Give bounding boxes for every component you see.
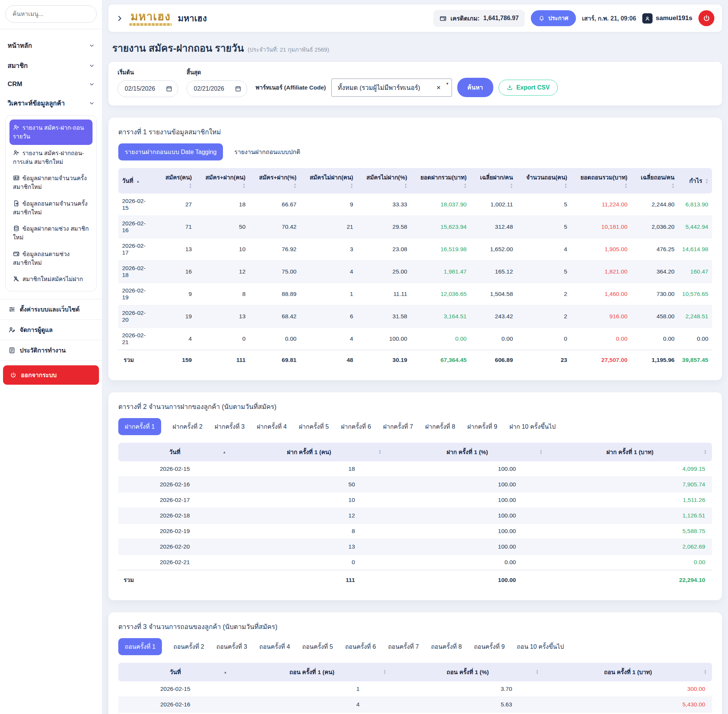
column-header-10[interactable]: เฉลี่ยถอน/คน▲▼: [631, 168, 678, 193]
tab-4[interactable]: ถอนครั้งที่ 5: [301, 638, 334, 655]
partner-selected-value: ทั้งหมด (รวมผู้ไม่มีพาร์ทเนอร์): [338, 82, 420, 93]
tab-0[interactable]: ฝากครั้งที่ 1: [118, 418, 161, 435]
clear-icon[interactable]: ✕: [436, 85, 441, 91]
export-csv-button[interactable]: Export CSV: [499, 80, 558, 96]
column-label: ยอดฝากรวม(บาท): [420, 174, 467, 181]
sidebar-subitem-0[interactable]: รายงาน สมัคร-ฝาก-ถอน รายวัน: [9, 120, 93, 145]
column-header-11[interactable]: กำไร▲▼: [678, 168, 712, 193]
main-area: มหาเฮง มหาเฮง เครดิตเกม: 1,641,786.97 ปร…: [102, 0, 728, 714]
sidebar-subitem-5[interactable]: ข้อมูลถอนตามช่วง สมาชิกใหม่: [9, 246, 93, 271]
column-header-0[interactable]: วันที่▲: [118, 443, 231, 461]
column-header-5[interactable]: สมัครไม่ฝาก(%)▲▼: [357, 168, 411, 193]
sidebar-footer-label: จัดการผู้ดูแล: [20, 325, 53, 335]
sort-asc-icon: ▲: [136, 180, 140, 183]
sidebar-subitem-6[interactable]: สมาชิกใหม่สมัครไม่ฝาก: [9, 271, 93, 287]
tab-5[interactable]: ถอนครั้งที่ 6: [344, 638, 377, 655]
datetime-text: เสาร์, ก.พ. 21, 09:06: [582, 14, 636, 23]
cell: 100.00: [357, 328, 411, 350]
calendar-icon[interactable]: [166, 85, 173, 92]
column-header-3[interactable]: ถอน ครั้งที่ 1 (บาท)▲▼: [544, 663, 712, 681]
tab-1[interactable]: ถอนครั้งที่ 2: [173, 638, 205, 655]
sidebar-footer-links: ตั้งค่าระบบและเว็บไซต์จัดการผู้ดูแลประวั…: [0, 299, 102, 361]
calendar-icon[interactable]: [235, 85, 242, 92]
menu-search-input[interactable]: [5, 5, 97, 23]
cell: 2026-02-21: [118, 328, 156, 350]
sidebar-subitem-2[interactable]: ข้อมูลฝากตามจำนวนครั้ง สมาชิกใหม่: [9, 170, 93, 195]
column-header-2[interactable]: สมัคร+ฝาก(คน)▲▼: [196, 168, 249, 193]
column-label: ฝาก ครั้งที่ 1 (บาท): [606, 449, 653, 455]
search-button[interactable]: ค้นหา: [457, 78, 493, 97]
column-header-1[interactable]: ถอน ครั้งที่ 1 (คน)▲▼: [232, 663, 392, 681]
column-header-3[interactable]: ฝาก ครั้งที่ 1 (บาท)▲▼: [548, 443, 712, 461]
tab-6[interactable]: ฝากครั้งที่ 7: [382, 418, 414, 435]
tab-1[interactable]: ฝากครั้งที่ 2: [172, 418, 203, 435]
id-card-icon: [13, 175, 20, 181]
column-header-3[interactable]: สมัคร+ฝาก(%)▲▼: [249, 168, 300, 193]
column-header-4[interactable]: สมัครไม่ฝาก(คน)▲▼: [300, 168, 357, 193]
table-row: 2026-02-21400.004100.000.000.0000.000.00…: [118, 328, 712, 350]
tab-7[interactable]: ถอนครั้งที่ 8: [430, 638, 463, 655]
sidebar-menu-item-2[interactable]: CRM: [5, 75, 97, 93]
sidebar-menu-item-3[interactable]: วิเคราะห์ข้อมูลลูกค้า: [5, 93, 97, 113]
sidebar-menu-item-1[interactable]: สมาชิก: [5, 55, 97, 75]
user-plus-icon: [13, 149, 20, 156]
sidebar-subitem-4[interactable]: ข้อมูลฝากตามช่วง สมาชิกใหม่: [9, 220, 93, 246]
tab-0[interactable]: ถอนครั้งที่ 1: [118, 638, 162, 655]
tab-3[interactable]: ฝากครั้งที่ 4: [256, 418, 287, 435]
sort-icon: ▲▼: [704, 449, 707, 455]
column-header-6[interactable]: ยอดฝากรวม(บาท)▲▼: [411, 168, 471, 193]
logout-button[interactable]: ออกจากระบบ: [3, 365, 99, 385]
cell: 12: [231, 508, 387, 524]
start-date-input[interactable]: 02/15/2026: [118, 80, 178, 97]
column-header-8[interactable]: จำนวนถอน(คน)▲▼: [517, 168, 571, 193]
tab-9[interactable]: ฝาก 10 ครั้งขึ้นไป: [508, 418, 556, 435]
cell: 1,126.51: [548, 508, 712, 524]
sidebar-footer-item-1[interactable]: จัดการผู้ดูแล: [0, 320, 102, 340]
column-header-0[interactable]: วันที่▲: [118, 663, 232, 681]
cell: 4: [156, 328, 196, 350]
tab-7[interactable]: ฝากครั้งที่ 8: [424, 418, 456, 435]
cell: 4: [300, 261, 357, 283]
total-cell: 111: [231, 570, 387, 590]
column-header-1[interactable]: ฝาก ครั้งที่ 1 (คน)▲▼: [231, 443, 387, 461]
column-header-2[interactable]: ฝาก ครั้งที่ 1 (%)▲▼: [387, 443, 548, 461]
tab-0[interactable]: รายงานฝากถอนแบบ Date Tagging: [118, 143, 223, 160]
tab-2[interactable]: ฝากครั้งที่ 3: [214, 418, 245, 435]
tab-6[interactable]: ถอนครั้งที่ 7: [387, 638, 419, 655]
sidebar-subitem-3[interactable]: ข้อมูลถอนตามจำนวนครั้ง สมาชิกใหม่: [9, 195, 93, 221]
tab-2[interactable]: ถอนครั้งที่ 3: [215, 638, 248, 655]
table-row: 2026-02-16715070.422129.5815,623.94312.4…: [118, 216, 712, 238]
cell: 66.67: [249, 193, 300, 216]
tab-8[interactable]: ถอนครั้งที่ 9: [473, 638, 505, 655]
partner-select[interactable]: ทั้งหมด (รวมผู้ไม่มีพาร์ทเนอร์) ✕ ▾: [331, 79, 452, 97]
column-header-7[interactable]: เฉลี่ยฝาก/คน▲▼: [471, 168, 517, 193]
sidebar-collapse-button[interactable]: [116, 15, 123, 22]
tab-8[interactable]: ฝากครั้งที่ 9: [466, 418, 498, 435]
sidebar-footer-item-0[interactable]: ตั้งค่าระบบและเว็บไซต์: [0, 299, 102, 320]
sidebar-footer-item-2[interactable]: ประวัติการทำงาน: [0, 340, 102, 361]
tab-9[interactable]: ถอน 10 ครั้งขึ้นไป: [516, 638, 565, 655]
announce-button[interactable]: ประกาศ: [531, 10, 576, 26]
sidebar-subitem-1[interactable]: รายงาน สมัคร-ฝากถอน-การเล่น สมาชิกใหม่: [9, 145, 93, 170]
dropdown-caret-icon[interactable]: ▾: [446, 81, 449, 86]
cell: 2026-02-15: [118, 461, 231, 477]
sidebar-menu-item-0[interactable]: หน้าหลัก: [5, 35, 97, 55]
table3-card: ตารางที่ 3 จำนวนการถอนของลูกค้า (นับตามว…: [108, 612, 722, 714]
column-header-1[interactable]: สมัคร(คน)▲▼: [156, 168, 196, 193]
game-credit-pill: เครดิตเกม: 1,641,786.97: [433, 10, 525, 27]
cell: 0.00: [631, 328, 678, 350]
table1-card: ตารางที่ 1 รายงานข้อมูลสมาชิกใหม่ รายงาน…: [108, 118, 722, 380]
column-header-2[interactable]: ถอน ครั้งที่ 1 (%)▲▼: [391, 663, 544, 681]
column-header-0[interactable]: วันที่▲: [118, 168, 156, 193]
column-header-9[interactable]: ยอดถอนรวม(บาท)▲▼: [571, 168, 631, 193]
cell: 5: [517, 216, 571, 238]
tab-1[interactable]: รายงานฝากถอนแบบปกติ: [234, 143, 301, 160]
table-row: 2026-02-198100.005,588.75: [118, 524, 712, 539]
table3-tabs: ถอนครั้งที่ 1ถอนครั้งที่ 2ถอนครั้งที่ 3ถ…: [118, 638, 712, 655]
tab-5[interactable]: ฝากครั้งที่ 6: [340, 418, 372, 435]
end-date-input[interactable]: 02/21/2026: [187, 80, 247, 97]
tab-3[interactable]: ถอนครั้งที่ 4: [259, 638, 291, 655]
table-row: 2026-02-1710100.001,511.26: [118, 492, 712, 508]
logout-power-button[interactable]: [698, 10, 714, 26]
tab-4[interactable]: ฝากครั้งที่ 5: [298, 418, 329, 435]
